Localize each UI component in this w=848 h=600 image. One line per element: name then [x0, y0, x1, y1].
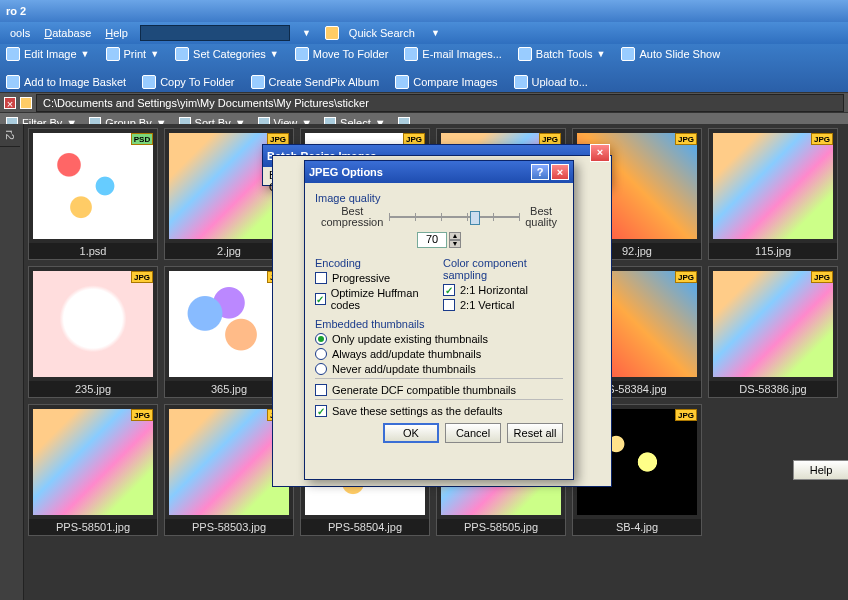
edit-icon	[6, 47, 20, 61]
dialog-close-button[interactable]: ×	[551, 164, 569, 180]
quality-slider[interactable]	[389, 208, 519, 226]
background-close-button[interactable]: ×	[590, 144, 610, 162]
print-button[interactable]: Print▼	[106, 47, 160, 61]
auto-slideshow-button[interactable]: Auto Slide Show	[621, 47, 720, 61]
categories-icon	[175, 47, 189, 61]
quality-spin-up[interactable]: ▲	[449, 232, 461, 240]
thumbnail-caption: 115.jpg	[709, 243, 837, 259]
only-update-radio[interactable]: Only update existing thumbnails	[315, 333, 563, 345]
set-categories-button[interactable]: Set Categories▼	[175, 47, 279, 61]
search-icon	[325, 26, 339, 40]
upload-to-button[interactable]: Upload to...	[514, 75, 588, 89]
print-icon	[106, 47, 120, 61]
thumbnail-caption: PPS-58501.jpg	[29, 519, 157, 535]
optimize-huffman-checkbox[interactable]: ✓Optimize Huffman codes	[315, 287, 435, 311]
create-sendpix-button[interactable]: Create SendPix Album	[251, 75, 380, 89]
thumbnail-item[interactable]: PSD1.psd	[28, 128, 158, 260]
main-toolbar: Edit Image▼ Print▼ Set Categories▼ Move …	[0, 44, 848, 92]
generate-dcf-checkbox[interactable]: Generate DCF compatible thumbnails	[315, 384, 563, 396]
quality-value-input[interactable]: 70	[417, 232, 447, 248]
format-badge: JPG	[675, 133, 697, 145]
reset-all-button[interactable]: Reset all	[507, 423, 563, 443]
ok-button[interactable]: OK	[383, 423, 439, 443]
sendpix-icon	[251, 75, 265, 89]
batch-tools-button[interactable]: Batch Tools▼	[518, 47, 606, 61]
format-badge: JPG	[675, 409, 697, 421]
add-to-basket-button[interactable]: Add to Image Basket	[6, 75, 126, 89]
embedded-thumbs-label: Embedded thumbnails	[315, 318, 563, 330]
thumbnail-caption: PPS-58505.jpg	[437, 519, 565, 535]
thumbnail-item[interactable]: JPGDS-58386.jpg	[708, 266, 838, 398]
format-badge: JPG	[811, 271, 833, 283]
folder-icon	[20, 97, 32, 109]
color-sampling-label: Color component sampling	[443, 257, 563, 281]
never-add-radio[interactable]: Never add/update thumbnails	[315, 363, 563, 375]
thumbnail-caption: 235.jpg	[29, 381, 157, 397]
edit-image-button[interactable]: Edit Image▼	[6, 47, 90, 61]
path-text[interactable]: C:\Documents and Settings\yim\My Documen…	[36, 94, 844, 112]
best-compression-label: Bestcompression	[321, 206, 383, 228]
compare-images-button[interactable]: Compare Images	[395, 75, 497, 89]
format-badge: PSD	[131, 133, 153, 145]
best-quality-label: Bestquality	[525, 206, 557, 228]
format-badge: JPG	[131, 271, 153, 283]
window-titlebar: ro 2	[0, 0, 848, 22]
format-badge: JPG	[131, 409, 153, 421]
menu-help[interactable]: Help	[99, 25, 134, 41]
format-badge: JPG	[811, 133, 833, 145]
background-help-button[interactable]: Help	[793, 460, 848, 480]
jpeg-dialog-title: JPEG Options	[309, 166, 383, 178]
left-tab[interactable]: r2	[0, 124, 20, 147]
compare-icon	[395, 75, 409, 89]
vertical-21-checkbox[interactable]: 2:1 Vertical	[443, 299, 563, 311]
jpeg-options-dialog: JPEG Options ? × Image quality Bestcompr…	[304, 160, 574, 480]
menu-tools[interactable]: ools	[4, 25, 36, 41]
encoding-label: Encoding	[315, 257, 435, 269]
thumbnail-item[interactable]: JPG115.jpg	[708, 128, 838, 260]
basket-icon	[6, 75, 20, 89]
always-add-radio[interactable]: Always add/update thumbnails	[315, 348, 563, 360]
batch-icon	[518, 47, 532, 61]
image-quality-label: Image quality	[315, 192, 563, 204]
search-dropdown-icon[interactable]: ▼	[296, 26, 317, 40]
format-badge: JPG	[675, 271, 697, 283]
menu-database[interactable]: DDatabaseatabase	[38, 25, 97, 41]
app-title: ro 2	[6, 5, 26, 17]
progressive-checkbox[interactable]: Progressive	[315, 272, 435, 284]
email-images-button[interactable]: E-mail Images...	[404, 47, 501, 61]
path-bar: × C:\Documents and Settings\yim\My Docum…	[0, 92, 848, 112]
move-to-folder-button[interactable]: Move To Folder	[295, 47, 389, 61]
thumbnail-caption: SB-4.jpg	[573, 519, 701, 535]
menu-bar: ools DDatabaseatabase Help ▼ Quick Searc…	[0, 22, 848, 44]
upload-icon	[514, 75, 528, 89]
background-close: ×	[590, 144, 610, 162]
copy-to-folder-button[interactable]: Copy To Folder	[142, 75, 234, 89]
thumbnail-caption: 1.psd	[29, 243, 157, 259]
save-defaults-checkbox[interactable]: ✓Save these settings as the defaults	[315, 405, 563, 417]
search-input[interactable]	[140, 25, 290, 41]
quick-search[interactable]: Quick Search	[343, 25, 421, 41]
move-icon	[295, 47, 309, 61]
thumbnail-caption: PPS-58503.jpg	[165, 519, 293, 535]
thumbnail-caption: PPS-58504.jpg	[301, 519, 429, 535]
thumbnail-item[interactable]: JPG235.jpg	[28, 266, 158, 398]
cancel-button[interactable]: Cancel	[445, 423, 501, 443]
horizontal-21-checkbox[interactable]: ✓2:1 Horizontal	[443, 284, 563, 296]
dialog-help-button[interactable]: ?	[531, 164, 549, 180]
email-icon	[404, 47, 418, 61]
left-panel: r2	[0, 124, 24, 600]
close-panel-icon[interactable]: ×	[4, 97, 16, 109]
thumbnail-item[interactable]: JPGPPS-58501.jpg	[28, 404, 158, 536]
slideshow-icon	[621, 47, 635, 61]
copy-icon	[142, 75, 156, 89]
quality-spin-down[interactable]: ▼	[449, 240, 461, 248]
quick-search-dropdown-icon[interactable]: ▼	[425, 26, 446, 40]
thumbnail-caption: DS-58386.jpg	[709, 381, 837, 397]
